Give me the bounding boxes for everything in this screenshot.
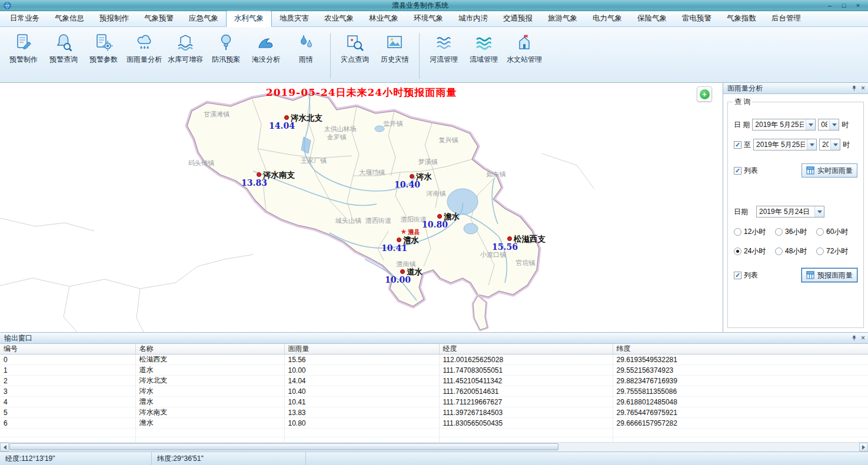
town-label: 如东镇 bbox=[487, 170, 506, 178]
radio-icon[interactable] bbox=[734, 247, 741, 255]
history-disaster-button[interactable]: 历史灾情 bbox=[375, 32, 415, 66]
table-row[interactable]: 6澹水10.80111.83056505043529.6666157957282 bbox=[0, 418, 868, 429]
station-marker[interactable] bbox=[257, 173, 261, 177]
close-icon[interactable]: × bbox=[861, 85, 865, 92]
menu-tab[interactable]: 交通预报 bbox=[495, 11, 540, 26]
town-label: 小渡口镇 bbox=[480, 251, 506, 258]
duration-option-label: 24小时 bbox=[744, 246, 766, 256]
radio-icon[interactable] bbox=[775, 247, 783, 255]
table-row[interactable]: 0松滋西支15.56112.00162562502829.61935495322… bbox=[0, 354, 868, 365]
table-row[interactable]: 3涔水10.40111.7620051463129.7555811355086 bbox=[0, 386, 868, 397]
close-icon[interactable]: × bbox=[861, 334, 865, 342]
table-column-header[interactable]: 编号 bbox=[0, 344, 135, 354]
flood-analysis-button[interactable]: 淹没分析 bbox=[246, 32, 286, 66]
warning-params-button[interactable]: 预警参数 bbox=[84, 32, 124, 66]
disaster-point-query-button[interactable]: 灾点查询 bbox=[335, 32, 375, 66]
menu-tab[interactable]: 保险气象 bbox=[630, 11, 674, 26]
duration-option[interactable]: 60小时 bbox=[816, 227, 857, 237]
menu-tab[interactable]: 地质灾害 bbox=[272, 11, 317, 26]
table-row[interactable]: 5涔水南支13.83111.39726718450329.76544769759… bbox=[0, 407, 868, 418]
table-row[interactable]: 1道水10.00111.74708305505129.552156374923 bbox=[0, 365, 868, 376]
flood-plan-button[interactable]: 防汛预案 bbox=[206, 32, 246, 66]
to-checkbox[interactable]: ✓ bbox=[734, 141, 741, 149]
rain-info-button[interactable]: 雨情 bbox=[286, 32, 326, 66]
hydro-station-manage-button[interactable]: 水文站管理 bbox=[504, 32, 545, 66]
scrollbar-thumb[interactable] bbox=[9, 443, 558, 450]
plus-icon: + bbox=[700, 89, 710, 99]
table-column-header[interactable]: 纬度 bbox=[613, 344, 868, 354]
radio-icon[interactable] bbox=[816, 228, 824, 236]
menu-tab[interactable]: 农业气象 bbox=[317, 11, 361, 26]
close-button[interactable]: × bbox=[854, 2, 862, 9]
menu-tab[interactable]: 气象预警 bbox=[137, 11, 181, 26]
status-latitude: 纬度:29°36'51" bbox=[152, 452, 306, 465]
county-map[interactable]: 甘溪滩镇太供山林场金罗镇盐井镇复兴镇码头铺镇王家厂镇大堰垱镇梦溪镇如东镇涔南镇城… bbox=[0, 83, 723, 332]
horizontal-scrollbar[interactable] bbox=[0, 442, 868, 451]
table-cell: 2 bbox=[0, 376, 135, 386]
forecast-rain-button[interactable]: 预报面雨量 bbox=[802, 268, 857, 282]
table-column-header[interactable]: 面雨量 bbox=[284, 344, 439, 354]
station-rain-value: 10.00 bbox=[385, 275, 411, 285]
menu-tab[interactable]: 水利气象 bbox=[226, 11, 272, 27]
minimize-button[interactable]: – bbox=[826, 2, 834, 9]
station-marker[interactable] bbox=[410, 175, 414, 179]
menu-tab[interactable]: 电力气象 bbox=[585, 11, 630, 26]
forecast-date-select[interactable]: 2019年 5月24日 bbox=[756, 206, 824, 218]
station-marker[interactable] bbox=[438, 215, 442, 219]
zoom-in-button[interactable]: + bbox=[697, 86, 712, 102]
station-marker[interactable] bbox=[285, 116, 289, 120]
menu-tab[interactable]: 旅游气象 bbox=[540, 11, 585, 26]
scroll-left-arrow[interactable] bbox=[0, 443, 9, 451]
menu-tab[interactable]: 日常业务 bbox=[2, 11, 47, 26]
warning-query-button[interactable]: 预警查询 bbox=[44, 32, 84, 66]
basin-manage-button[interactable]: 流域管理 bbox=[464, 32, 504, 66]
duration-option[interactable]: 24小时 bbox=[734, 246, 775, 256]
toolbar: 预警制作预警查询预警参数面雨量分析水库可增容防汛预案淹没分析雨情灾点查询历史灾情… bbox=[0, 27, 868, 83]
station-marker[interactable] bbox=[508, 237, 512, 241]
duration-option[interactable]: 36小时 bbox=[775, 227, 816, 237]
table-column-header[interactable]: 名称 bbox=[135, 344, 284, 354]
output-window-header: 输出窗口 × bbox=[0, 333, 868, 344]
reservoir-capacity-button[interactable]: 水库可增容 bbox=[165, 32, 206, 66]
map-area[interactable]: 2019-05-24日未来24小时预报面雨量 + bbox=[0, 83, 723, 332]
pin-icon[interactable] bbox=[852, 335, 857, 341]
station-marker[interactable] bbox=[397, 238, 401, 242]
menu-tab[interactable]: 雷电预警 bbox=[674, 11, 719, 26]
table-cell: 涔水 bbox=[135, 386, 284, 397]
realtime-rain-button[interactable]: 实时面雨量 bbox=[802, 163, 857, 178]
menu-tab[interactable]: 气象指数 bbox=[719, 11, 764, 26]
list-checkbox-realtime[interactable]: ✓ bbox=[734, 167, 741, 175]
maximize-button[interactable]: □ bbox=[840, 2, 848, 9]
station-marker[interactable] bbox=[401, 270, 405, 274]
table-row[interactable]: 2涔水北支14.04111.45210541134229.88234767169… bbox=[0, 376, 868, 386]
end-date-select[interactable]: 2019年 5月25日 bbox=[753, 139, 817, 150]
table-row[interactable]: 4澧水10.41111.71121966762729.6188012485048 bbox=[0, 397, 868, 407]
table-column-header[interactable]: 经度 bbox=[439, 344, 613, 354]
radio-icon[interactable] bbox=[775, 228, 783, 236]
end-hour-select[interactable]: 20 bbox=[819, 139, 840, 150]
menu-tab[interactable]: 林业气象 bbox=[361, 11, 406, 26]
menu-tab[interactable]: 后台管理 bbox=[764, 11, 809, 26]
list-checkbox-forecast[interactable]: ✓ bbox=[734, 272, 741, 279]
toolbar-button-label: 预警参数 bbox=[89, 55, 118, 65]
radio-icon[interactable] bbox=[734, 228, 741, 236]
start-date-select[interactable]: 2019年 5月25日 bbox=[752, 119, 816, 131]
radio-icon[interactable] bbox=[816, 247, 824, 255]
station-rain-value: 13.83 bbox=[241, 178, 267, 188]
chevron-down-icon bbox=[830, 139, 840, 150]
scroll-right-arrow[interactable] bbox=[859, 443, 868, 451]
menu-tab[interactable]: 预报制作 bbox=[92, 11, 137, 26]
pin-icon[interactable] bbox=[852, 85, 857, 91]
duration-option[interactable]: 48小时 bbox=[775, 246, 816, 256]
area-rain-analysis-button[interactable]: 面雨量分析 bbox=[124, 32, 165, 66]
table-cell: 涔水南支 bbox=[135, 407, 284, 418]
start-hour-select[interactable]: 08 bbox=[818, 119, 839, 131]
menu-tab[interactable]: 气象信息 bbox=[47, 11, 92, 26]
menu-tab[interactable]: 环境气象 bbox=[406, 11, 451, 26]
duration-option[interactable]: 72小时 bbox=[816, 246, 857, 256]
menu-tab[interactable]: 城市内涝 bbox=[451, 11, 495, 26]
river-manage-button[interactable]: 河流管理 bbox=[424, 32, 464, 66]
warning-make-button[interactable]: 预警制作 bbox=[4, 32, 44, 66]
menu-tab[interactable]: 应急气象 bbox=[181, 11, 226, 26]
duration-option[interactable]: 12小时 bbox=[734, 227, 775, 237]
